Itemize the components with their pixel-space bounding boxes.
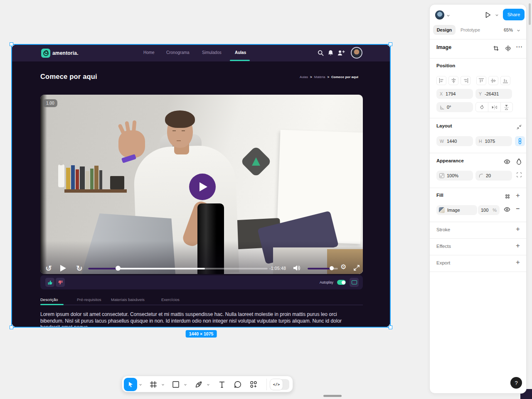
help-button[interactable]: ? <box>510 377 522 389</box>
tab-pre-requisitos[interactable]: Pré-requisitos <box>77 297 101 302</box>
visibility-eye-icon[interactable] <box>504 159 510 164</box>
rectangle-tool-icon[interactable] <box>172 381 180 388</box>
styles-icon[interactable] <box>505 193 510 199</box>
toolbar-divider <box>266 379 267 390</box>
user-avatar[interactable] <box>435 10 444 20</box>
fullscreen-icon[interactable] <box>353 264 360 272</box>
independent-corners-icon[interactable] <box>516 172 522 178</box>
comment-tool-icon[interactable] <box>234 381 241 388</box>
breadcrumb-materia[interactable]: Matéria <box>314 75 325 79</box>
align-bottom-button[interactable] <box>500 76 510 85</box>
selection-handle-nw[interactable] <box>10 42 13 46</box>
zoom-level[interactable]: 65% <box>504 27 513 32</box>
panel-divider <box>430 58 526 59</box>
add-effect-icon[interactable]: + <box>516 242 520 249</box>
rectangle-tool-chevron-icon[interactable] <box>184 383 187 387</box>
dev-mode-toggle[interactable]: </> <box>270 379 289 390</box>
present-chevron-icon[interactable] <box>495 13 499 17</box>
align-right-button[interactable] <box>461 76 470 85</box>
flip-button-group <box>475 102 513 112</box>
frame-tool-chevron-icon[interactable] <box>161 383 165 387</box>
autoplay-toggle[interactable] <box>337 280 346 285</box>
rewind-10-button[interactable]: ↺ 10 <box>44 264 53 272</box>
thumbs-down-button[interactable] <box>56 278 65 287</box>
opacity-input[interactable]: 100% <box>436 171 473 181</box>
pen-tool-chevron-icon[interactable] <box>207 383 210 387</box>
canvas-v-scrollbar[interactable] <box>529 3 531 25</box>
site-nav-aulas[interactable]: Aulas <box>235 50 246 55</box>
blend-droplet-icon[interactable] <box>516 158 522 165</box>
tab-prototype[interactable]: Prototype <box>461 27 480 32</box>
theater-mode-button[interactable] <box>350 278 359 287</box>
canvas-h-scrollbar[interactable] <box>323 395 342 397</box>
fill-visibility-icon[interactable] <box>504 207 510 212</box>
rotation-input[interactable]: 0° <box>436 102 473 112</box>
collapse-icon[interactable] <box>516 124 522 130</box>
actions-tool-icon[interactable] <box>250 381 257 388</box>
volume-knob[interactable] <box>330 266 334 270</box>
adjust-icon[interactable] <box>505 45 511 51</box>
align-left-button[interactable] <box>436 76 446 85</box>
breadcrumb-aulas[interactable]: Aulas <box>300 75 308 79</box>
site-logo[interactable] <box>41 49 50 58</box>
align-v-center-button[interactable] <box>488 76 498 85</box>
scene-face-detail <box>182 130 185 131</box>
big-play-button[interactable] <box>189 174 216 200</box>
add-user-icon[interactable] <box>337 49 345 56</box>
selection-handle-se[interactable] <box>389 326 392 329</box>
seek-bar[interactable] <box>88 268 268 269</box>
site-nav-simulados[interactable]: Simulados <box>202 50 222 55</box>
settings-gear-icon[interactable]: ⚙ <box>340 263 346 271</box>
avatar-chevron-icon[interactable] <box>446 14 450 17</box>
x-position-input[interactable]: X 1794 <box>436 89 473 99</box>
add-stroke-icon[interactable]: + <box>516 225 520 233</box>
width-input[interactable]: W 1440 <box>436 136 473 146</box>
crop-icon[interactable] <box>493 45 499 51</box>
move-tool-button[interactable] <box>124 378 137 391</box>
align-h-center-button[interactable] <box>448 76 458 85</box>
pen-tool-icon[interactable] <box>195 381 202 388</box>
scene-person-hair <box>165 110 195 128</box>
tab-materiais[interactable]: Materiais baixáveis <box>111 297 145 302</box>
fill-type-chip[interactable]: Image <box>436 205 477 215</box>
flip-horizontal-button[interactable] <box>488 103 500 112</box>
tab-descricao[interactable]: Descrição <box>40 297 58 302</box>
site-user-avatar[interactable] <box>351 47 362 59</box>
present-icon[interactable] <box>484 11 492 19</box>
selection-handle-ne[interactable] <box>389 42 392 46</box>
site-nav-cronograma[interactable]: Cronograma <box>166 50 190 55</box>
remove-fill-icon[interactable]: − <box>516 205 520 213</box>
corner-radius-input[interactable]: 20 <box>475 171 512 181</box>
y-position-input[interactable]: Y -26431 <box>475 89 512 99</box>
tab-design[interactable]: Design <box>433 25 456 35</box>
video-player[interactable]: 1.00 ↺ 10 ↻ 10 -1:0 <box>40 95 363 274</box>
forward-10-button[interactable]: ↻ 10 <box>75 264 84 272</box>
more-options-icon[interactable]: ⋯ <box>516 43 522 51</box>
zoom-chevron-icon[interactable] <box>517 29 520 32</box>
search-icon[interactable] <box>317 49 324 56</box>
add-fill-icon[interactable]: + <box>516 192 520 199</box>
site-nav-home[interactable]: Home <box>143 50 155 55</box>
share-button[interactable]: Share <box>503 9 525 20</box>
add-export-icon[interactable]: + <box>516 259 520 266</box>
seek-knob[interactable] <box>116 266 121 271</box>
flip-vertical-button[interactable] <box>500 103 512 112</box>
fill-opacity-input[interactable]: 100 % <box>478 205 500 215</box>
thumbs-up-button[interactable] <box>45 278 54 287</box>
design-frame[interactable]: amentoria. Home Cronograma Simulados Aul… <box>12 44 390 327</box>
notifications-bell-icon[interactable] <box>327 49 334 56</box>
constrain-proportions-button[interactable] <box>515 136 525 146</box>
playback-speed-badge[interactable]: 1.00 <box>43 99 57 107</box>
align-top-button[interactable] <box>476 76 486 85</box>
site-logo-text: amentoria. <box>52 44 79 61</box>
frame-tool-icon[interactable] <box>150 381 157 388</box>
rotate-button[interactable] <box>476 103 488 112</box>
text-tool-icon[interactable] <box>218 381 226 388</box>
play-button[interactable] <box>60 264 66 272</box>
move-tool-chevron-icon[interactable] <box>139 383 142 387</box>
selection-handle-sw[interactable] <box>10 326 13 329</box>
height-input[interactable]: H 1075 <box>475 136 512 146</box>
tab-exercicios[interactable]: Exercícios <box>161 297 180 302</box>
link-icon <box>517 138 523 144</box>
volume-icon[interactable] <box>293 264 301 272</box>
